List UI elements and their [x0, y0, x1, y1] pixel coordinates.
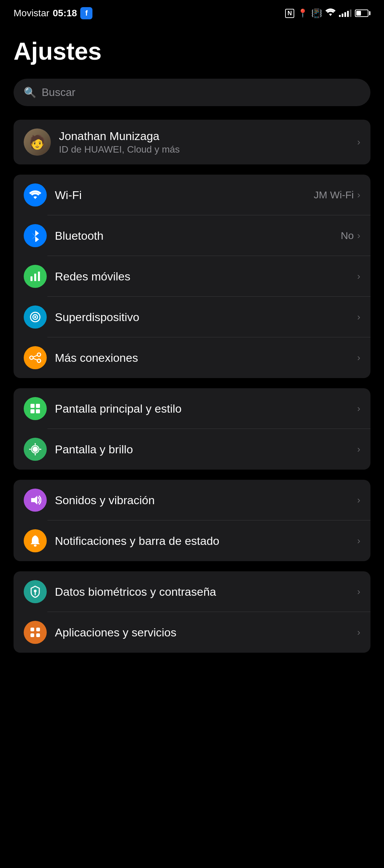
- notifications-label: Notificaciones y barra de estado: [55, 534, 219, 548]
- apps-chevron: ›: [357, 627, 360, 638]
- display-brightness-content: Pantalla y brillo ›: [55, 443, 360, 456]
- svg-point-15: [33, 447, 38, 452]
- svg-rect-24: [30, 628, 34, 631]
- wifi-item[interactable]: Wi-Fi JM Wi-Fi ›: [14, 175, 370, 215]
- mobile-chevron: ›: [357, 271, 360, 282]
- chevron-icon: ›: [357, 137, 360, 147]
- svg-rect-12: [36, 404, 40, 408]
- super-device-content: Superdispositivo ›: [55, 311, 360, 324]
- display-brightness-icon: [24, 438, 47, 461]
- svg-point-6: [30, 356, 33, 359]
- svg-point-8: [37, 359, 41, 362]
- notifications-chevron: ›: [357, 535, 360, 546]
- profile-card[interactable]: 🧑 Jonathan Munizaga ID de HUAWEI, Cloud …: [14, 120, 370, 164]
- sounds-content: Sonidos y vibración ›: [55, 494, 360, 507]
- wifi-status: JM Wi-Fi: [314, 189, 354, 201]
- carrier-label: Movistar: [14, 8, 49, 19]
- status-bar: Movistar 05:18 f N 📍 📳: [0, 0, 384, 24]
- svg-line-10: [33, 358, 37, 360]
- page-title: Ajustes: [14, 37, 370, 65]
- home-screen-chevron: ›: [357, 403, 360, 414]
- sounds-chevron: ›: [357, 495, 360, 506]
- svg-line-9: [33, 355, 37, 357]
- search-icon: 🔍: [24, 86, 36, 98]
- profile-item[interactable]: 🧑 Jonathan Munizaga ID de HUAWEI, Cloud …: [14, 120, 370, 164]
- wifi-label: Wi-Fi: [55, 189, 82, 202]
- notifications-item[interactable]: Notificaciones y barra de estado ›: [14, 520, 370, 561]
- super-device-icon: [24, 305, 47, 329]
- sound-group: Sonidos y vibración › Notificaciones y b…: [14, 480, 370, 561]
- biometrics-label: Datos biométricos y contraseña: [55, 585, 216, 598]
- home-screen-icon: [24, 397, 47, 420]
- location-icon: 📍: [298, 8, 308, 18]
- svg-point-5: [34, 316, 36, 318]
- signal-icon: [339, 9, 351, 17]
- home-screen-item[interactable]: Pantalla principal y estilo ›: [14, 388, 370, 429]
- super-device-label: Superdispositivo: [55, 311, 139, 324]
- more-connections-chevron: ›: [357, 352, 360, 363]
- apps-label: Aplicaciones y servicios: [55, 626, 176, 639]
- display-brightness-item[interactable]: Pantalla y brillo ›: [14, 429, 370, 470]
- svg-rect-11: [30, 404, 35, 408]
- biometrics-icon: [24, 580, 47, 603]
- svg-rect-14: [36, 409, 40, 413]
- mobile-networks-icon: [24, 265, 47, 288]
- more-connections-content: Más conexiones ›: [55, 351, 360, 364]
- biometrics-chevron: ›: [357, 586, 360, 597]
- facebook-icon: f: [80, 7, 92, 19]
- more-connections-label: Más conexiones: [55, 351, 138, 364]
- apps-content: Aplicaciones y servicios ›: [55, 626, 360, 639]
- bluetooth-status: No: [341, 230, 354, 241]
- security-group: Datos biométricos y contraseña ›: [14, 571, 370, 653]
- wifi-status-icon: [325, 8, 336, 18]
- svg-rect-27: [36, 633, 40, 637]
- time-label: 05:18: [53, 8, 77, 19]
- mobile-networks-label: Redes móviles: [55, 270, 130, 283]
- more-connections-item[interactable]: Más conexiones ›: [14, 337, 370, 378]
- svg-rect-25: [36, 628, 40, 631]
- super-device-chevron: ›: [357, 312, 360, 322]
- mobile-networks-item[interactable]: Redes móviles ›: [14, 256, 370, 297]
- nfc-icon: N: [285, 9, 294, 18]
- wifi-icon: [24, 183, 47, 206]
- svg-rect-2: [38, 272, 40, 281]
- sounds-icon: [24, 489, 47, 512]
- status-icons: N 📍 📳: [285, 8, 370, 19]
- wifi-content: Wi-Fi JM Wi-Fi ›: [55, 189, 360, 202]
- profile-name: Jonathan Munizaga: [59, 130, 357, 143]
- svg-rect-13: [30, 409, 35, 413]
- mobile-networks-content: Redes móviles ›: [55, 270, 360, 283]
- svg-point-7: [37, 353, 41, 356]
- wifi-chevron: ›: [357, 190, 360, 200]
- apps-icon: [24, 621, 47, 644]
- search-placeholder-text: Buscar: [42, 86, 76, 99]
- svg-point-22: [34, 545, 37, 547]
- bluetooth-label: Bluetooth: [55, 229, 104, 242]
- notifications-icon: [24, 529, 47, 552]
- svg-marker-21: [31, 496, 37, 505]
- home-screen-content: Pantalla principal y estilo ›: [55, 402, 360, 415]
- battery-icon: [355, 9, 370, 17]
- super-device-item[interactable]: Superdispositivo ›: [14, 297, 370, 337]
- bluetooth-item[interactable]: Bluetooth No ›: [14, 215, 370, 256]
- profile-content: Jonathan Munizaga ID de HUAWEI, Cloud y …: [59, 130, 357, 155]
- page-content: Ajustes 🔍 Buscar 🧑 Jonathan Munizaga ID …: [0, 24, 384, 670]
- search-bar[interactable]: 🔍 Buscar: [14, 79, 370, 106]
- display-brightness-chevron: ›: [357, 444, 360, 455]
- biometrics-item[interactable]: Datos biométricos y contraseña ›: [14, 571, 370, 612]
- display-group: Pantalla principal y estilo ›: [14, 388, 370, 470]
- avatar: 🧑: [24, 129, 51, 156]
- home-screen-label: Pantalla principal y estilo: [55, 402, 182, 415]
- sounds-label: Sonidos y vibración: [55, 494, 155, 507]
- svg-rect-0: [30, 276, 33, 281]
- bluetooth-chevron: ›: [357, 230, 360, 241]
- bluetooth-content: Bluetooth No ›: [55, 229, 360, 242]
- svg-rect-1: [34, 274, 36, 281]
- connectivity-group: Wi-Fi JM Wi-Fi › Bluetooth No: [14, 175, 370, 378]
- biometrics-content: Datos biométricos y contraseña ›: [55, 585, 360, 598]
- bluetooth-icon: [24, 224, 47, 247]
- more-connections-icon: [24, 346, 47, 369]
- sounds-item[interactable]: Sonidos y vibración ›: [14, 480, 370, 520]
- apps-item[interactable]: Aplicaciones y servicios ›: [14, 612, 370, 653]
- profile-subtitle: ID de HUAWEI, Cloud y más: [59, 144, 357, 155]
